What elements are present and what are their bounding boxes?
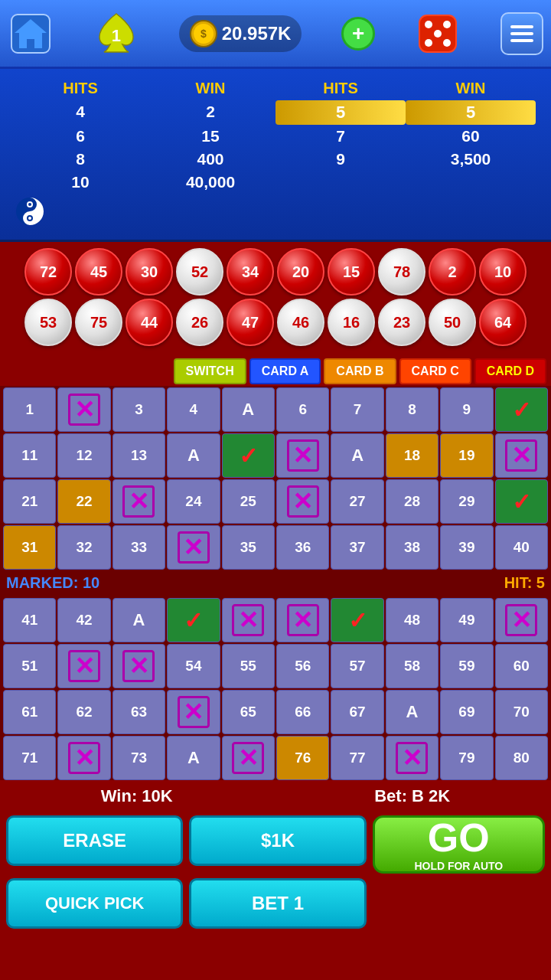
- keno-cell-36[interactable]: 77: [331, 736, 383, 780]
- keno-cell-37[interactable]: ✕: [386, 736, 439, 780]
- keno-cell-5[interactable]: 6: [276, 387, 329, 432]
- keno-cell-26[interactable]: 27: [331, 479, 383, 524]
- keno-cell-9[interactable]: ✕: [495, 598, 548, 642]
- keno-cell-23[interactable]: ✕: [167, 690, 220, 734]
- keno-cell-1[interactable]: 42: [57, 598, 110, 642]
- quick-pick-button[interactable]: QUICK PICK: [6, 878, 183, 929]
- card-c-tab[interactable]: CARD C: [399, 358, 471, 384]
- keno-cell-14[interactable]: ✓: [222, 433, 275, 478]
- ball-78: 78: [378, 248, 425, 296]
- card-d-tab[interactable]: CARD D: [474, 358, 546, 384]
- keno-cell-28[interactable]: 29: [440, 479, 493, 524]
- keno-cell-4[interactable]: A: [222, 387, 275, 432]
- add-coins-button[interactable]: +: [341, 17, 375, 51]
- keno-cell-10[interactable]: 51: [3, 644, 56, 688]
- keno-cell-12[interactable]: ✕: [112, 644, 165, 688]
- keno-cell-24[interactable]: 65: [222, 690, 275, 734]
- menu-button[interactable]: [500, 12, 543, 55]
- keno-cell-3[interactable]: ✓: [167, 598, 220, 642]
- win-header-right: WIN: [406, 77, 536, 100]
- keno-cell-17[interactable]: 18: [386, 433, 439, 478]
- keno-cell-7[interactable]: 48: [386, 598, 439, 642]
- keno-cell-18[interactable]: 59: [440, 644, 493, 688]
- keno-cell-3[interactable]: 4: [167, 387, 220, 432]
- bet-1k-button[interactable]: $1K: [189, 815, 366, 866]
- keno-cell-38[interactable]: 39: [440, 525, 493, 570]
- keno-cell-7[interactable]: 8: [386, 387, 439, 432]
- keno-cell-33[interactable]: A: [167, 736, 220, 780]
- keno-cell-34[interactable]: 35: [222, 525, 275, 570]
- keno-cell-29[interactable]: ✓: [495, 479, 548, 524]
- keno-cell-8[interactable]: 9: [440, 387, 493, 432]
- keno-cell-6[interactable]: ✓: [331, 598, 383, 642]
- keno-cell-22[interactable]: 63: [112, 690, 165, 734]
- keno-cell-15[interactable]: ✕: [276, 433, 329, 478]
- keno-cell-13[interactable]: A: [167, 433, 220, 478]
- keno-cell-32[interactable]: 73: [112, 736, 165, 780]
- keno-cell-11[interactable]: 12: [57, 433, 110, 478]
- keno-cell-38[interactable]: 79: [440, 736, 493, 780]
- keno-cell-23[interactable]: 24: [167, 479, 220, 524]
- keno-cell-24[interactable]: 25: [222, 479, 275, 524]
- keno-cell-11[interactable]: ✕: [57, 644, 110, 688]
- keno-cell-31[interactable]: 32: [57, 525, 110, 570]
- keno-cell-21[interactable]: 62: [57, 690, 110, 734]
- keno-cell-27[interactable]: A: [386, 690, 439, 734]
- svg-point-11: [443, 39, 451, 47]
- keno-cell-0[interactable]: 41: [3, 598, 56, 642]
- dice-button[interactable]: [415, 11, 461, 57]
- keno-cell-22[interactable]: ✕: [112, 479, 165, 524]
- keno-cell-1[interactable]: ✕: [57, 387, 110, 432]
- keno-cell-6[interactable]: 7: [331, 387, 383, 432]
- keno-cell-35[interactable]: 76: [276, 736, 329, 780]
- switch-tab[interactable]: SWITCH: [174, 358, 246, 384]
- card-a-tab[interactable]: CARD A: [249, 358, 321, 384]
- keno-cell-2[interactable]: 3: [112, 387, 165, 432]
- keno-cell-5[interactable]: ✕: [276, 598, 329, 642]
- keno-cell-39[interactable]: 80: [495, 736, 548, 780]
- keno-cell-2[interactable]: A: [112, 598, 165, 642]
- keno-cell-31[interactable]: ✕: [57, 736, 110, 780]
- keno-cell-21[interactable]: 22: [57, 479, 110, 524]
- keno-cell-8[interactable]: 49: [440, 598, 493, 642]
- go-sub-label: HOLD FOR AUTO: [414, 861, 503, 871]
- keno-cell-19[interactable]: ✕: [495, 433, 548, 478]
- keno-cell-14[interactable]: 55: [222, 644, 275, 688]
- keno-cell-0[interactable]: 1: [3, 387, 56, 432]
- keno-cell-18[interactable]: 19: [440, 433, 493, 478]
- keno-cell-16[interactable]: A: [331, 433, 383, 478]
- home-button[interactable]: [8, 11, 54, 57]
- keno-cell-36[interactable]: 37: [331, 525, 383, 570]
- keno-cell-25[interactable]: ✕: [276, 479, 329, 524]
- keno-cell-19[interactable]: 60: [495, 644, 548, 688]
- keno-cell-25[interactable]: 66: [276, 690, 329, 734]
- keno-cell-26[interactable]: 67: [331, 690, 383, 734]
- keno-cell-13[interactable]: 54: [167, 644, 220, 688]
- bet-1-button[interactable]: BET 1: [189, 878, 366, 929]
- balance-amount: 20.957K: [222, 23, 292, 44]
- keno-cell-30[interactable]: 31: [3, 525, 56, 570]
- keno-cell-15[interactable]: 56: [276, 644, 329, 688]
- keno-cell-30[interactable]: 71: [3, 736, 56, 780]
- keno-cell-4[interactable]: ✕: [222, 598, 275, 642]
- keno-cell-35[interactable]: 36: [276, 525, 329, 570]
- card-b-tab[interactable]: CARD B: [324, 358, 396, 384]
- keno-cell-20[interactable]: 61: [3, 690, 56, 734]
- keno-cell-29[interactable]: 70: [495, 690, 548, 734]
- keno-cell-28[interactable]: 69: [440, 690, 493, 734]
- keno-cell-27[interactable]: 28: [386, 479, 439, 524]
- keno-cell-12[interactable]: 13: [112, 433, 165, 478]
- keno-cell-33[interactable]: ✕: [167, 525, 220, 570]
- keno-cell-37[interactable]: 38: [386, 525, 439, 570]
- keno-cell-10[interactable]: 11: [3, 433, 56, 478]
- keno-cell-9[interactable]: ✓: [495, 387, 548, 432]
- erase-button[interactable]: ERASE: [6, 815, 183, 866]
- keno-cell-32[interactable]: 33: [112, 525, 165, 570]
- keno-cell-39[interactable]: 40: [495, 525, 548, 570]
- paytable: HITS WIN HITS WIN 4 2 5 5 6 15 7 60 8 40…: [0, 69, 551, 242]
- keno-cell-17[interactable]: 58: [386, 644, 439, 688]
- go-button[interactable]: GO HOLD FOR AUTO: [373, 815, 545, 874]
- keno-cell-34[interactable]: ✕: [222, 736, 275, 780]
- keno-cell-16[interactable]: 57: [331, 644, 383, 688]
- keno-cell-20[interactable]: 21: [3, 479, 56, 524]
